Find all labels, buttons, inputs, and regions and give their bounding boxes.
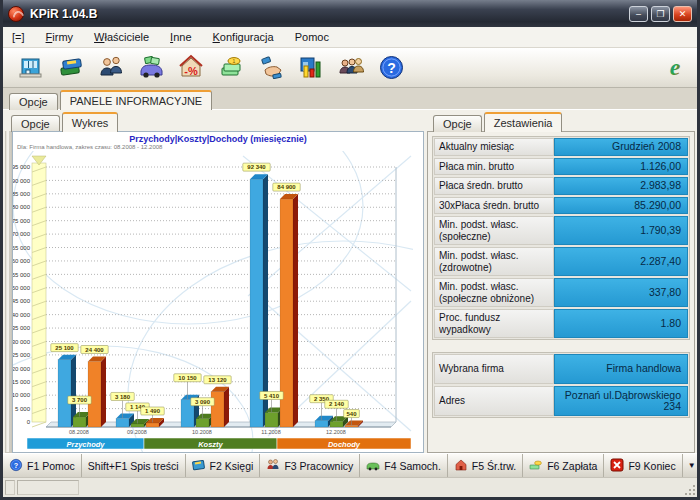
fkey-button-f9-koniec[interactable]: F9 Koniec xyxy=(604,454,682,477)
money-stack-icon[interactable]: 1 xyxy=(211,51,251,85)
row-label: Proc. fundusz wypadkowy xyxy=(434,309,554,338)
svg-text:75 000: 75 000 xyxy=(13,218,31,224)
tab-panele-informacyjne[interactable]: PANELE INFORMACYJNE xyxy=(60,90,212,110)
svg-text:Dochody: Dochody xyxy=(328,440,361,449)
car-money-icon[interactable] xyxy=(131,51,171,85)
chart-tab-opcje[interactable]: Opcje xyxy=(11,115,60,132)
bar-chart-icon[interactable] xyxy=(291,51,331,85)
table-row: Płaca średn. brutto2.983,98 xyxy=(434,177,688,195)
svg-text:35 000: 35 000 xyxy=(13,325,31,331)
bar-przychody-08.2008[interactable] xyxy=(58,355,76,427)
resize-grip-icon[interactable] xyxy=(683,483,696,496)
tab-opcje[interactable]: Opcje xyxy=(9,93,58,110)
svg-text:92 340: 92 340 xyxy=(247,164,266,170)
chart-region: OpcjeWykres Przychody|Koszty|Dochody (mi… xyxy=(5,110,424,453)
svg-text:25 100: 25 100 xyxy=(55,345,74,351)
svg-text:5 000: 5 000 xyxy=(15,406,31,412)
chart-subtitle: Dla: Firma handlowa, zakres czasu: 08.20… xyxy=(13,144,423,151)
row-value: 1.80 xyxy=(554,309,688,338)
car-icon xyxy=(366,458,380,474)
svg-text:65 000: 65 000 xyxy=(13,245,31,251)
summary-tab-opcje[interactable]: Opcje xyxy=(433,115,482,132)
svg-text:?: ? xyxy=(387,60,396,76)
fkey-button-f4-samoch[interactable]: F4 Samoch. xyxy=(360,454,448,477)
menu-item-firmy[interactable]: Firmy xyxy=(46,31,74,43)
e-swirl-icon: e xyxy=(661,54,689,82)
svg-text:40 000: 40 000 xyxy=(13,312,31,318)
chart-canvas: 05 00010 00015 00020 00025 00030 00035 0… xyxy=(13,151,413,453)
help-icon: ? xyxy=(9,458,23,474)
svg-text:70 000: 70 000 xyxy=(13,231,31,237)
svg-text:1: 1 xyxy=(232,58,235,64)
fkey-label: F2 Księgi xyxy=(210,460,254,472)
x-axis-label: 11.2008 xyxy=(261,429,280,435)
chart-panel: Przychody|Koszty|Dochody (miesięcznie) D… xyxy=(12,131,424,453)
row-value: Grudzień 2008 xyxy=(554,138,688,156)
minimize-button[interactable]: – xyxy=(629,6,648,22)
row-label: Płaca średn. brutto xyxy=(434,177,554,195)
app-window: KPiR 1.04.B – ❐ ✕ [=]FirmyWłaścicieleInn… xyxy=(0,0,700,500)
ledger-books-icon[interactable] xyxy=(51,51,91,85)
menu-item-pomoc[interactable]: Pomoc xyxy=(295,31,329,43)
svg-text:13 120: 13 120 xyxy=(208,377,227,383)
panel-splitter[interactable] xyxy=(5,131,12,453)
svg-text:540: 540 xyxy=(346,411,357,417)
fkey-label: F6 Zapłata xyxy=(547,460,597,472)
chart-tab-wykres[interactable]: Wykres xyxy=(62,112,119,132)
table-row: Min. podst. własc. (społeczne)1.790,39 xyxy=(434,216,688,245)
fkey-button-f2-księgi[interactable]: F2 Księgi xyxy=(186,454,261,477)
x-axis-label: 12.2008 xyxy=(326,429,346,435)
svg-text:10 150: 10 150 xyxy=(178,375,197,381)
row-value: 337,80 xyxy=(554,278,688,307)
fkey-label: F4 Samoch. xyxy=(384,460,441,472)
owners-icon[interactable] xyxy=(91,51,131,85)
fkey-button-f5-śr-trw[interactable]: F5 Śr.trw. xyxy=(448,454,523,477)
y-axis-labels: 05 00010 00015 00020 00025 00030 00035 0… xyxy=(13,164,31,425)
fkey-button-f6-zapłata[interactable]: F6 Zapłata xyxy=(523,454,604,477)
people-icon xyxy=(266,458,280,474)
bar-dochody-08.2008[interactable] xyxy=(88,357,106,427)
maximize-button[interactable]: ❐ xyxy=(651,6,670,22)
close-button[interactable]: ✕ xyxy=(673,6,692,22)
svg-text:90 000: 90 000 xyxy=(13,178,31,184)
fkey-label: Shift+F1 Spis treści xyxy=(88,460,179,472)
house-percent-icon[interactable]: -% xyxy=(171,51,211,85)
x-axis-label: 09.2008 xyxy=(127,429,147,435)
table-row: Proc. fundusz wypadkowy1.80 xyxy=(434,309,688,338)
menu-item-właściciele[interactable]: Właściciele xyxy=(94,31,149,43)
row-label: Min. podst. własc. (społeczne) xyxy=(434,216,554,245)
title-bar: KPiR 1.04.B – ❐ ✕ xyxy=(3,0,697,27)
fkey-button-f1-pomoc[interactable]: ?F1 Pomoc xyxy=(3,454,82,477)
payment-hand-icon[interactable] xyxy=(251,51,291,85)
bar-przychody-11.2008[interactable] xyxy=(250,174,268,427)
y-axis-wall xyxy=(32,156,46,427)
table-row: Aktualny miesiącGrudzień 2008 xyxy=(434,138,688,156)
help-icon[interactable]: ? xyxy=(371,51,411,85)
fkey-button-shift-f1-spis-treści[interactable]: Shift+F1 Spis treści xyxy=(82,454,186,477)
menu-item-item[interactable]: [=] xyxy=(12,31,25,43)
menu-item-inne[interactable]: Inne xyxy=(170,31,191,43)
company-icon[interactable] xyxy=(11,51,51,85)
svg-text:3 700: 3 700 xyxy=(72,397,88,403)
bar-dochody-10.2008[interactable] xyxy=(211,387,229,427)
svg-text:3 090: 3 090 xyxy=(195,399,211,405)
svg-text:10 000: 10 000 xyxy=(13,392,31,398)
menu-item-konfiguracja[interactable]: Konfiguracja xyxy=(213,31,274,43)
svg-text:50 000: 50 000 xyxy=(13,285,31,291)
svg-text:20 000: 20 000 xyxy=(13,366,31,372)
summary-panel: Aktualny miesiącGrudzień 2008Płaca min. … xyxy=(427,131,695,453)
status-cell xyxy=(5,480,15,495)
fkey-label: F9 Koniec xyxy=(628,460,675,472)
coins-icon xyxy=(529,458,543,474)
row-label: Min. podst. własc. (społeczne obniżone) xyxy=(434,278,554,307)
svg-text:80 000: 80 000 xyxy=(13,204,31,210)
fkey-button-f3-pracownicy[interactable]: F3 Pracownicy xyxy=(260,454,360,477)
svg-text:Koszty: Koszty xyxy=(198,440,223,449)
fkey-button-item[interactable]: ▼ xyxy=(683,454,700,477)
summary-tab-zestawienia[interactable]: Zestawienia xyxy=(484,112,563,132)
svg-text:Przychody: Przychody xyxy=(67,440,106,449)
svg-text:e: e xyxy=(670,54,681,80)
svg-text:45 000: 45 000 xyxy=(13,298,31,304)
employees-icon[interactable] xyxy=(331,51,371,85)
main-toolbar: -%1?e xyxy=(3,48,697,88)
